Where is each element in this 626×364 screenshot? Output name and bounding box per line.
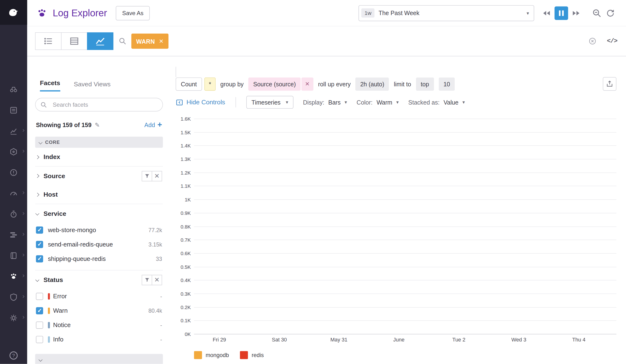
- y-axis-label: 1.4K: [180, 143, 191, 149]
- facet-value-info[interactable]: Info -: [35, 332, 163, 347]
- chevron-down-icon: ▾: [527, 10, 529, 16]
- code-view-icon[interactable]: </>: [607, 38, 617, 45]
- stacked-as-select[interactable]: Value▾: [444, 99, 465, 106]
- chevron-down-icon: ▾: [396, 100, 399, 105]
- facet-value-shipping-queue-redis[interactable]: shipping-queue-redis 33: [35, 251, 163, 266]
- count-arg-pill[interactable]: *: [204, 77, 215, 90]
- visualization-select[interactable]: Timeseries▾: [246, 96, 294, 109]
- color-label: Color:: [357, 99, 373, 106]
- checkbox[interactable]: [36, 255, 43, 262]
- export-button[interactable]: [603, 77, 616, 91]
- checkbox[interactable]: [36, 307, 43, 314]
- status-color-info: [48, 336, 50, 343]
- facet-value-warn[interactable]: Warn 80.4k: [35, 304, 163, 318]
- help-icon[interactable]: ?: [8, 350, 19, 361]
- facet-value-error[interactable]: Error -: [35, 289, 163, 304]
- facet-host[interactable]: Host: [35, 185, 163, 204]
- query-row: Count * group by Source (source) ✕ roll …: [176, 77, 616, 91]
- facet-value-web-store-mongo[interactable]: web-store-mongo 77.2k: [35, 223, 163, 237]
- plus-icon: +: [157, 120, 162, 129]
- save-as-button[interactable]: Save As: [116, 6, 150, 20]
- checkbox[interactable]: [36, 241, 43, 248]
- fast-forward-button[interactable]: [569, 6, 583, 20]
- warn-filter-tag[interactable]: WARN ✕: [131, 34, 168, 49]
- checkbox[interactable]: [36, 227, 43, 234]
- edit-icon[interactable]: ✎: [95, 121, 100, 128]
- facet-search-input[interactable]: [52, 101, 158, 108]
- facet-count-text: Showing 159 of 159: [36, 121, 92, 128]
- facet-search[interactable]: [35, 98, 163, 112]
- tab-facets[interactable]: Facets: [40, 79, 60, 91]
- chevron-right-icon: [22, 254, 24, 257]
- clear-filter-icon[interactable]: ✕: [152, 275, 162, 285]
- close-icon[interactable]: ✕: [159, 38, 164, 44]
- group-by-value-pill[interactable]: Source (source): [248, 77, 301, 90]
- x-axis-label: June: [393, 337, 405, 343]
- timeseries-chart: 0K0.1K0.2K0.3K0.4K0.5K0.6K0.7K0.8K0.9K1K…: [176, 119, 616, 346]
- chevron-down-icon: [39, 140, 42, 144]
- checkbox[interactable]: [36, 293, 43, 300]
- rewind-button[interactable]: [540, 6, 553, 20]
- chart-view-button[interactable]: [87, 32, 113, 50]
- legend-item-redis[interactable]: redis: [240, 351, 264, 359]
- list-view-button[interactable]: [35, 32, 62, 50]
- facet-source[interactable]: Source ✕: [35, 167, 163, 185]
- logs-icon[interactable]: [8, 271, 19, 282]
- search-input[interactable]: WARN ✕: [113, 32, 600, 50]
- refresh-button[interactable]: [604, 6, 617, 20]
- collapse-icon: [176, 99, 183, 106]
- watchdog-icon[interactable]: [8, 84, 19, 95]
- color-select[interactable]: Warm▾: [377, 99, 398, 106]
- top-header: Log Explorer Save As 1w The Past Week ▾: [27, 0, 626, 26]
- facet-index[interactable]: Index: [35, 148, 163, 166]
- graph-controls-row: Hide Controls Timeseries▾ Display: Bars▾…: [176, 96, 616, 109]
- limit-direction-pill[interactable]: top: [416, 77, 434, 90]
- clear-filter-icon[interactable]: ✕: [152, 171, 162, 181]
- time-range-select[interactable]: 1w The Past Week ▾: [358, 5, 534, 21]
- time-range-label: The Past Week: [379, 10, 527, 16]
- settings-icon[interactable]: [8, 313, 19, 324]
- left-nav: ?: [0, 0, 27, 364]
- pause-button[interactable]: [554, 6, 568, 20]
- hide-controls-link[interactable]: Hide Controls: [176, 99, 225, 106]
- add-facet-button[interactable]: Add+: [144, 120, 162, 129]
- clear-search-icon[interactable]: [588, 37, 596, 45]
- display-select[interactable]: Bars▾: [328, 99, 347, 106]
- zoom-out-button[interactable]: [590, 6, 604, 20]
- checkbox[interactable]: [36, 322, 43, 329]
- facet-value-send-email-redis-queue[interactable]: send-email-redis-queue 3.15k: [35, 237, 163, 251]
- metrics-icon[interactable]: [8, 125, 19, 137]
- facet-value-count: 33: [156, 256, 162, 262]
- warn-tag-label: WARN: [136, 38, 155, 44]
- status-color-warn: [48, 308, 50, 314]
- filter-icon[interactable]: [142, 275, 152, 285]
- security-icon[interactable]: [8, 292, 19, 303]
- legend-item-mongodb[interactable]: mongodb: [194, 351, 229, 359]
- infrastructure-icon[interactable]: [8, 146, 19, 158]
- facet-status[interactable]: Status ✕: [35, 271, 163, 289]
- facet-value-notice[interactable]: Notice -: [35, 318, 163, 332]
- limit-count-pill[interactable]: 10: [439, 77, 455, 90]
- remove-group-by-icon[interactable]: ✕: [302, 77, 313, 90]
- legend-swatch: [194, 351, 202, 359]
- checkbox[interactable]: [36, 336, 43, 343]
- section-header-partial[interactable]: [35, 354, 163, 364]
- filter-icon[interactable]: [142, 171, 152, 181]
- datadog-logo[interactable]: [0, 0, 27, 25]
- chart-plot[interactable]: [194, 119, 616, 334]
- rollup-value-pill[interactable]: 2h (auto): [355, 77, 389, 90]
- table-view-button[interactable]: [61, 32, 87, 50]
- section-header-core[interactable]: CORE: [35, 137, 163, 148]
- synthetics-icon[interactable]: [8, 188, 19, 199]
- events-icon[interactable]: [8, 105, 19, 116]
- y-axis-label: 1.2K: [180, 170, 191, 175]
- y-axis-label: 1.3K: [180, 157, 191, 162]
- count-pill[interactable]: Count: [176, 77, 202, 90]
- monitors-icon[interactable]: [8, 167, 19, 178]
- tab-saved-views[interactable]: Saved Views: [74, 81, 111, 91]
- pipelines-icon[interactable]: [8, 229, 19, 241]
- facet-service[interactable]: Service: [35, 204, 163, 223]
- notebooks-icon[interactable]: [8, 250, 19, 261]
- page-title: Log Explorer: [53, 7, 107, 19]
- apm-icon[interactable]: [8, 209, 19, 220]
